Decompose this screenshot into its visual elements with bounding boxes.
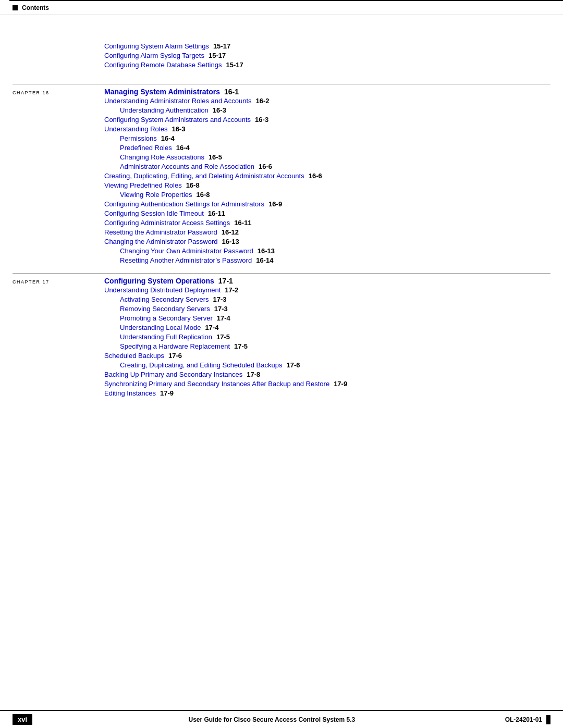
toc-entry: Administrator Accounts and Role Associat… — [0, 162, 563, 171]
toc-link[interactable]: Configuring System Administrators and Ac… — [104, 116, 251, 124]
toc-link[interactable]: Understanding Authentication — [120, 106, 209, 114]
toc-entry: Understanding Distributed Deployment17-2 — [0, 285, 563, 294]
toc-page-number: 17-2 — [225, 286, 238, 294]
toc-entry: Configuring Authentication Settings for … — [0, 199, 563, 208]
toc-entry: Predefined Roles16-4 — [0, 143, 563, 152]
toc-link[interactable]: Scheduled Backups — [104, 352, 164, 360]
toc-entry: Backing Up Primary and Secondary Instanc… — [0, 369, 563, 379]
toc-page-number: 16-6 — [259, 163, 272, 170]
toc-entry: Configuring System Administrators and Ac… — [0, 115, 563, 124]
toc-link[interactable]: Creating, Duplicating, and Editing Sched… — [120, 361, 282, 369]
chapter-label: CHAPTER 17 — [13, 279, 65, 285]
toc-page-number: 15-17 — [209, 52, 226, 59]
toc-page-number: 16-12 — [222, 228, 239, 236]
footer-doc-number: OL-24201-01 — [505, 716, 542, 723]
toc-link[interactable]: Permissions — [120, 134, 157, 142]
toc-entry: Specifying a Hardware Replacement17-5 — [0, 341, 563, 351]
toc-entry: Viewing Role Properties16-8 — [0, 190, 563, 199]
header-square-icon — [13, 5, 18, 10]
toc-link[interactable]: Viewing Role Properties — [120, 191, 192, 199]
page-footer: xvi User Guide for Cisco Secure Access C… — [0, 710, 563, 728]
toc-page-number: 16-6 — [309, 172, 322, 180]
page-header: Contents — [0, 1, 563, 15]
toc-link[interactable]: Resetting the Administrator Password — [104, 228, 217, 236]
footer-page-number: xvi — [13, 714, 32, 725]
toc-link[interactable]: Resetting Another Administrator’s Passwo… — [120, 256, 252, 264]
toc-link[interactable]: Configuring System Alarm Settings — [104, 42, 209, 50]
toc-page-number: 17-5 — [234, 342, 248, 350]
toc-entry: Editing Instances17-9 — [0, 388, 563, 398]
toc-link[interactable]: Administrator Accounts and Role Associat… — [120, 163, 254, 170]
toc-entry: Understanding Full Replication17-5 — [0, 332, 563, 341]
toc-link[interactable]: Configuring Administrator Access Setting… — [104, 219, 230, 227]
toc-page-number: 17-9 — [160, 389, 174, 397]
toc-page-number: 15-17 — [213, 42, 230, 50]
chapter-page-number: 17-1 — [218, 277, 233, 285]
toc-entry: Configuring Session Idle Timeout16-11 — [0, 208, 563, 218]
toc-entry: Removing Secondary Servers17-3 — [0, 304, 563, 313]
chapter-title-link[interactable]: Managing System Administrators — [104, 88, 220, 96]
toc-link[interactable]: Creating, Duplicating, Editing, and Dele… — [104, 172, 304, 180]
toc-page-number: 17-5 — [216, 333, 230, 341]
chapter-divider — [13, 273, 550, 274]
toc-page-number: 16-5 — [209, 153, 222, 161]
toc-entry: Viewing Predefined Roles16-8 — [0, 180, 563, 190]
toc-link[interactable]: Viewing Predefined Roles — [104, 181, 182, 189]
toc-link[interactable]: Editing Instances — [104, 389, 156, 397]
toc-page-number: 16-3 — [172, 125, 185, 133]
chapter-page-number: 16-1 — [224, 88, 239, 96]
toc-entry: Synchronizing Primary and Secondary Inst… — [0, 379, 563, 388]
toc-link[interactable]: Configuring Remote Database Settings — [104, 61, 222, 69]
toc-page-number: 16-13 — [258, 247, 275, 255]
toc-link[interactable]: Configuring Alarm Syslog Targets — [104, 52, 204, 59]
top-entries-section: Configuring System Alarm Settings15-17Co… — [0, 26, 563, 69]
toc-entry: Creating, Duplicating, and Editing Sched… — [0, 360, 563, 369]
toc-link[interactable]: Understanding Roles — [104, 125, 167, 133]
toc-link[interactable]: Understanding Administrator Roles and Ac… — [104, 97, 252, 105]
toc-link[interactable]: Changing the Administrator Password — [104, 238, 218, 245]
toc-entry: Permissions16-4 — [0, 133, 563, 143]
chapter-label: CHAPTER 16 — [13, 90, 65, 95]
toc-entry: Configuring Alarm Syslog Targets15-17 — [0, 51, 563, 60]
toc-entry: Understanding Roles16-3 — [0, 124, 563, 133]
toc-page-number: 16-11 — [234, 219, 251, 227]
toc-page-number: 16-8 — [186, 181, 200, 189]
toc-page-number: 17-6 — [168, 352, 182, 360]
toc-link[interactable]: Predefined Roles — [120, 144, 172, 152]
toc-link[interactable]: Removing Secondary Servers — [120, 305, 210, 313]
toc-entry: Configuring Remote Database Settings15-1… — [0, 60, 563, 69]
toc-entry: Creating, Duplicating, Editing, and Dele… — [0, 171, 563, 180]
toc-page-number: 16-4 — [161, 134, 175, 142]
toc-link[interactable]: Promoting a Secondary Server — [120, 314, 213, 322]
header-title: Contents — [22, 4, 49, 11]
toc-page-number: 16-3 — [213, 106, 226, 114]
toc-entry: Resetting Another Administrator’s Passwo… — [0, 255, 563, 265]
toc-link[interactable]: Backing Up Primary and Secondary Instanc… — [104, 371, 242, 378]
toc-link[interactable]: Configuring Authentication Settings for … — [104, 200, 264, 208]
toc-link[interactable]: Changing Role Associations — [120, 153, 204, 161]
toc-link[interactable]: Understanding Distributed Deployment — [104, 286, 221, 294]
toc-page-number: 17-4 — [205, 324, 218, 331]
toc-link[interactable]: Understanding Local Mode — [120, 324, 201, 331]
toc-entry: Configuring System Alarm Settings15-17 — [0, 41, 563, 51]
toc-page-number: 16-9 — [268, 200, 282, 208]
toc-page-number: 16-2 — [256, 97, 270, 105]
chapter-title-link[interactable]: Configuring System Operations — [104, 277, 214, 285]
toc-link[interactable]: Changing Your Own Administrator Password — [120, 247, 253, 255]
chapter-label-row: CHAPTER 17Configuring System Operations1… — [0, 276, 563, 285]
toc-page-number: 17-3 — [213, 295, 227, 303]
toc-link[interactable]: Understanding Full Replication — [120, 333, 212, 341]
toc-link[interactable]: Configuring Session Idle Timeout — [104, 209, 204, 217]
toc-page-number: 16-11 — [208, 209, 225, 217]
toc-entry: Changing the Administrator Password16-13 — [0, 237, 563, 246]
toc-link[interactable]: Specifying a Hardware Replacement — [120, 342, 230, 350]
toc-page-number: 16-14 — [256, 256, 273, 264]
toc-entry: Changing Your Own Administrator Password… — [0, 246, 563, 255]
toc-content: Configuring System Alarm Settings15-17Co… — [0, 15, 563, 429]
toc-link[interactable]: Activating Secondary Servers — [120, 295, 209, 303]
toc-page-number: 17-9 — [334, 380, 347, 388]
toc-page-number: 17-4 — [217, 314, 230, 322]
toc-entry: Activating Secondary Servers17-3 — [0, 294, 563, 304]
toc-link[interactable]: Synchronizing Primary and Secondary Inst… — [104, 380, 329, 388]
toc-page-number: 17-8 — [247, 371, 260, 378]
